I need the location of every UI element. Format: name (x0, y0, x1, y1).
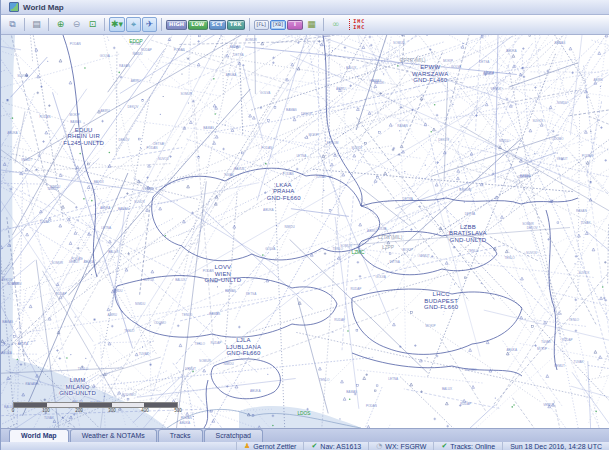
svg-text:BALUX: BALUX (234, 167, 244, 171)
svg-text:PODAN: PODAN (70, 42, 81, 46)
svg-text:TUVAK: TUVAK (44, 416, 55, 420)
svg-text:ODOMO: ODOMO (154, 321, 167, 325)
svg-text:SOMUR: SOMUR (199, 359, 211, 363)
svg-text:RUDAP: RUDAP (211, 341, 222, 345)
scale-tick-label: 400 (141, 408, 149, 413)
info-layer-button[interactable]: I (287, 20, 303, 30)
svg-text:SOMUR: SOMUR (181, 92, 193, 96)
svg-text:SOMUR: SOMUR (245, 38, 257, 42)
toggle-sct-button[interactable]: SCT (209, 20, 226, 30)
svg-text:ABUKA: ABUKA (506, 49, 517, 53)
window-title: World Map (23, 3, 64, 12)
tab-world-map[interactable]: World Map (9, 429, 69, 442)
svg-text:DEKOV: DEKOV (527, 226, 539, 230)
toggle-fl-labels-button[interactable]: [FL] (254, 20, 269, 30)
svg-text:BAMAS: BAMAS (203, 126, 214, 130)
svg-text:TENLO: TENLO (504, 256, 515, 260)
toggle-trk-button[interactable]: TRK (227, 20, 245, 30)
svg-text:NIMDU: NIMDU (132, 52, 142, 56)
map-window-icon (9, 2, 19, 12)
svg-text:VEMUT: VEMUT (483, 72, 494, 76)
svg-text:TENLO: TENLO (319, 378, 330, 382)
svg-text:SUVOX: SUVOX (578, 271, 589, 275)
svg-text:SUVOX: SUVOX (526, 251, 537, 255)
status-item-2: ◔WX: FSGRW (368, 442, 433, 450)
svg-text:BALUX: BALUX (94, 180, 104, 184)
svg-text:NIMDU: NIMDU (112, 289, 122, 293)
detach-window-button[interactable]: ⧉ (5, 17, 20, 32)
svg-text:PODAN: PODAN (181, 416, 192, 420)
status-text: Sun 18 Dec 2016, 14:28 UTC (510, 443, 602, 450)
map-theme-button[interactable]: ▦ (304, 17, 319, 32)
fir-label-ljla: LJLALJUBLJANAGND-FL660 (226, 337, 261, 357)
zoom-in-button[interactable]: ⊕ (53, 17, 68, 32)
wx-icon: ◔ (376, 442, 382, 450)
svg-text:NIMDU: NIMDU (499, 139, 509, 143)
svg-text:ERGOM: ERGOM (460, 188, 472, 192)
svg-text:ABIRU: ABIRU (336, 87, 345, 91)
poi-label-lztn-mil-: LZTN (MIL) (378, 235, 403, 240)
svg-text:DEKOV: DEKOV (128, 105, 140, 109)
imc-indicator: IMCIMC (349, 19, 365, 30)
svg-text:MOKIP: MOKIP (70, 113, 80, 117)
overlay-options-button[interactable]: ✱▾ (109, 17, 125, 32)
svg-text:PODAN: PODAN (582, 154, 593, 158)
toggle-low-airways-button[interactable]: LOW (188, 20, 207, 30)
toolbar-separator (24, 18, 25, 31)
tab-weather-notams[interactable]: Weather & NOTAMs (70, 429, 157, 442)
svg-text:DEKOV: DEKOV (119, 138, 131, 142)
svg-text:VEMUT: VEMUT (419, 254, 430, 258)
scale-tick-label: 0 (12, 408, 15, 413)
svg-text:ABIRU: ABIRU (131, 79, 140, 83)
svg-text:BALUX: BALUX (108, 250, 118, 254)
svg-text:ODOMO: ODOMO (464, 368, 477, 372)
scale-tick-label: 500 (174, 408, 182, 413)
svg-text:ABUKA: ABUKA (226, 73, 237, 77)
svg-text:RUDAP: RUDAP (56, 292, 67, 296)
status-item-3: ✔Tracks: Online (433, 442, 502, 450)
svg-text:SUVOX: SUVOX (17, 74, 28, 78)
svg-text:TUVAK: TUVAK (541, 340, 552, 344)
poi-label-eptr-mil-: EPTR (MIL) (400, 58, 426, 63)
tab-tracks[interactable]: Tracks (158, 429, 203, 442)
print-button[interactable]: ▤ (29, 17, 44, 32)
map-canvas[interactable]: ABUKASOMURDETSAABUKAABUKANIMDUABUKABAMAS… (1, 35, 609, 428)
svg-text:NIMDU: NIMDU (50, 185, 60, 189)
fir-label-limm: LIMMMILANOGND-UNLTD (59, 377, 96, 397)
svg-text:RASAN: RASAN (26, 382, 37, 386)
zoom-fit-button[interactable]: ⊡ (85, 17, 100, 32)
center-position-button[interactable]: ⌖ (126, 17, 141, 32)
svg-text:NIMDU: NIMDU (285, 225, 295, 229)
status-text: Tracks: Online (450, 443, 495, 450)
svg-text:BAMAS: BAMAS (2, 320, 13, 324)
svg-text:BALUX: BALUX (346, 66, 356, 70)
link-views-button[interactable]: ∞ (328, 17, 343, 32)
svg-text:LETNA: LETNA (101, 226, 112, 230)
svg-text:GOLVA: GOLVA (376, 227, 387, 231)
toggle-high-airways-button[interactable]: HIGH (166, 20, 187, 30)
svg-text:SOMUR: SOMUR (7, 282, 19, 286)
svg-text:TUVAK: TUVAK (574, 360, 585, 364)
svg-text:ABIRU: ABIRU (367, 229, 376, 233)
svg-text:ODOMO: ODOMO (124, 393, 137, 397)
svg-text:DETSA: DETSA (403, 197, 414, 201)
svg-text:VEMUT: VEMUT (557, 157, 568, 161)
svg-text:SOMUR: SOMUR (393, 41, 405, 45)
svg-text:BAMAS: BAMAS (70, 120, 81, 124)
svg-text:PODAN: PODAN (261, 146, 272, 150)
tab-scratchpad[interactable]: Scratchpad (204, 429, 263, 442)
svg-text:ABIRU: ABIRU (100, 109, 109, 113)
svg-text:ABIRU: ABIRU (108, 313, 117, 317)
svg-text:RASAN: RASAN (119, 64, 130, 68)
zoom-out-button[interactable]: ⊖ (69, 17, 84, 32)
svg-text:DETSA: DETSA (246, 292, 257, 296)
scale-tick-label: 200 (75, 408, 83, 413)
svg-text:SUVOX: SUVOX (134, 200, 145, 204)
svg-text:TENLO: TENLO (78, 367, 89, 371)
aircraft-symbol-button[interactable]: ✈ (142, 17, 157, 32)
svg-text:VEMUT: VEMUT (543, 403, 554, 407)
svg-text:NIMDU: NIMDU (135, 302, 145, 306)
toolbar: ⧉▤⊕⊖⊡✱▾⌖✈HIGHLOWSCTTRK[FL][XB]I▦∞IMCIMC (1, 15, 609, 35)
svg-text:PODAN: PODAN (71, 257, 82, 261)
toggle-xb-labels-button[interactable]: [XB] (270, 20, 286, 30)
